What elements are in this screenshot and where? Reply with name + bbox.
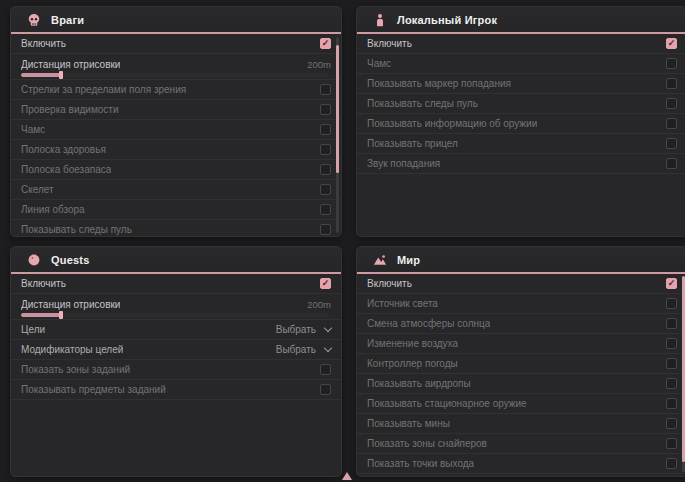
- checkbox[interactable]: [666, 138, 677, 149]
- row-toggle-показывать-маркер-попадания[interactable]: Показывать маркер попадания: [357, 74, 685, 94]
- checkbox[interactable]: [666, 38, 677, 49]
- checkbox[interactable]: [320, 104, 331, 115]
- skull-icon: [27, 13, 41, 27]
- scrollbar-thumb[interactable]: [336, 45, 339, 173]
- checkbox[interactable]: [666, 278, 677, 289]
- row-toggle-показывать-прицел[interactable]: Показывать прицел: [357, 134, 685, 154]
- row-toggle-показывать-аирдропы[interactable]: Показывать аирдропы: [357, 374, 685, 394]
- row-dropdown-модификаторы-целей[interactable]: Модификаторы целейВыбрать: [11, 340, 341, 360]
- row-toggle-показывать-следы-пуль[interactable]: Показывать следы пуль: [11, 220, 341, 237]
- row-label: Показывать маркер попадания: [367, 78, 511, 89]
- slider-line: Дистанция отрисовки200m: [21, 59, 331, 70]
- row-toggle-чамс[interactable]: Чамс: [357, 54, 685, 74]
- checkbox[interactable]: [666, 58, 677, 69]
- row-toggle-показывать-предметы-заданий[interactable]: Показывать предметы заданий: [11, 380, 341, 400]
- panel-quests: Quests ВключитьДистанция отрисовки200mЦе…: [10, 246, 342, 477]
- row-toggle-скелет[interactable]: Скелет: [11, 180, 341, 200]
- row-label: Чамс: [367, 58, 391, 69]
- row-toggle-показывать-мины[interactable]: Показывать мины: [357, 414, 685, 434]
- checkbox[interactable]: [666, 78, 677, 89]
- checkbox[interactable]: [666, 318, 677, 329]
- checkbox[interactable]: [666, 338, 677, 349]
- row-toggle-включить[interactable]: Включить: [11, 274, 341, 294]
- row-label: Показывать мины: [367, 418, 450, 429]
- row-label: Линия обзора: [21, 204, 85, 215]
- checkbox[interactable]: [320, 278, 331, 289]
- row-toggle-полоска-здоровья[interactable]: Полоска здоровья: [11, 140, 341, 160]
- row-toggle-контроллер-погоды[interactable]: Контроллер погоды: [357, 354, 685, 374]
- slider-handle[interactable]: [59, 71, 63, 79]
- row-toggle-линия-обзора[interactable]: Линия обзора: [11, 200, 341, 220]
- checkbox[interactable]: [666, 438, 677, 449]
- checkbox[interactable]: [320, 364, 331, 375]
- checkbox[interactable]: [666, 98, 677, 109]
- checkbox[interactable]: [320, 38, 331, 49]
- row-toggle-полоска-боезапаса[interactable]: Полоска боезапаса: [11, 160, 341, 180]
- checkbox[interactable]: [320, 384, 331, 395]
- row-toggle-звук-попадания[interactable]: Звук попадания: [357, 154, 685, 174]
- row-toggle-чамс[interactable]: Чамс: [11, 120, 341, 140]
- row-dropdown-цели[interactable]: ЦелиВыбрать: [11, 320, 341, 340]
- checkbox[interactable]: [320, 164, 331, 175]
- panel-title: Мир: [397, 254, 420, 266]
- checkbox[interactable]: [666, 398, 677, 409]
- rows: ВключитьДистанция отрисовки200mСтрелки з…: [11, 34, 341, 237]
- checkbox[interactable]: [666, 158, 677, 169]
- row-label: Проверка видимости: [21, 104, 119, 115]
- row-label: Показать точки выхода: [367, 458, 474, 469]
- row-label: Дистанция отрисовки: [21, 299, 120, 310]
- checkbox[interactable]: [666, 118, 677, 129]
- checkbox[interactable]: [666, 298, 677, 309]
- row-label: Включить: [367, 38, 412, 49]
- panel-world: Мир ВключитьИсточник светаСмена атмосфер…: [356, 246, 685, 477]
- slider-track[interactable]: [21, 313, 329, 317]
- panel-title: Враги: [51, 14, 84, 26]
- rows: ВключитьДистанция отрисовки200mЦелиВыбра…: [11, 274, 341, 400]
- panel-quests-header: Quests: [11, 247, 341, 274]
- row-label: Скелет: [21, 184, 54, 195]
- checkbox[interactable]: [320, 124, 331, 135]
- row-label: Контроллер погоды: [367, 358, 458, 369]
- panel-local-player: Локальный Игрок ВключитьЧамсПоказывать м…: [356, 6, 685, 237]
- row-slider-дистанция-отрисовки[interactable]: Дистанция отрисовки200m: [11, 294, 341, 320]
- row-toggle-включить[interactable]: Включить: [357, 274, 685, 294]
- row-slider-дистанция-отрисовки[interactable]: Дистанция отрисовки200m: [11, 54, 341, 80]
- dropdown-select[interactable]: Выбрать: [276, 344, 331, 355]
- checkbox[interactable]: [666, 458, 677, 469]
- slider-fill: [21, 313, 61, 317]
- checkbox[interactable]: [666, 418, 677, 429]
- row-toggle-стрелки-за-пределами-поля-зрения[interactable]: Стрелки за пределами поля зрения: [11, 80, 341, 100]
- row-toggle-показать-зоны-снайперов[interactable]: Показать зоны снайперов: [357, 434, 685, 454]
- slider-handle[interactable]: [59, 311, 63, 319]
- row-label: Показывать прицел: [367, 138, 458, 149]
- checkbox[interactable]: [666, 358, 677, 369]
- row-label: Звук попадания: [367, 158, 440, 169]
- slider-value: 200m: [307, 299, 331, 310]
- checkbox[interactable]: [320, 84, 331, 95]
- row-toggle-проверка-видимости[interactable]: Проверка видимости: [11, 100, 341, 120]
- row-label: Показывать аирдропы: [367, 378, 471, 389]
- row-label: Дистанция отрисовки: [21, 59, 120, 70]
- quest-icon: [27, 253, 41, 267]
- slider-track[interactable]: [21, 73, 329, 77]
- checkbox[interactable]: [320, 224, 331, 235]
- row-toggle-показывать-следы-пуль[interactable]: Показывать следы пуль: [357, 94, 685, 114]
- row-toggle-включить[interactable]: Включить: [11, 34, 341, 54]
- row-toggle-показывать-информацию-об-оружии[interactable]: Показывать информацию об оружии: [357, 114, 685, 134]
- dropdown-select[interactable]: Выбрать: [276, 324, 331, 335]
- checkbox[interactable]: [666, 378, 677, 389]
- row-toggle-включить[interactable]: Включить: [357, 34, 685, 54]
- row-toggle-показать-зоны-заданий[interactable]: Показать зоны заданий: [11, 360, 341, 380]
- row-toggle-изменение-воздуха[interactable]: Изменение воздуха: [357, 334, 685, 354]
- row-toggle-смена-атмосферы-солнца[interactable]: Смена атмосферы солнца: [357, 314, 685, 334]
- checkbox[interactable]: [320, 204, 331, 215]
- row-toggle-показать-точки-выхода[interactable]: Показать точки выхода: [357, 454, 685, 474]
- checkbox[interactable]: [320, 144, 331, 155]
- rows: ВключитьИсточник светаСмена атмосферы со…: [357, 274, 685, 474]
- row-toggle-источник-света[interactable]: Источник света: [357, 294, 685, 314]
- checkbox[interactable]: [320, 184, 331, 195]
- row-label: Смена атмосферы солнца: [367, 318, 490, 329]
- row-toggle-показывать-стационарное-оружие[interactable]: Показывать стационарное оружие: [357, 394, 685, 414]
- row-label: Показать зоны снайперов: [367, 438, 487, 449]
- row-label: Полоска здоровья: [21, 144, 106, 155]
